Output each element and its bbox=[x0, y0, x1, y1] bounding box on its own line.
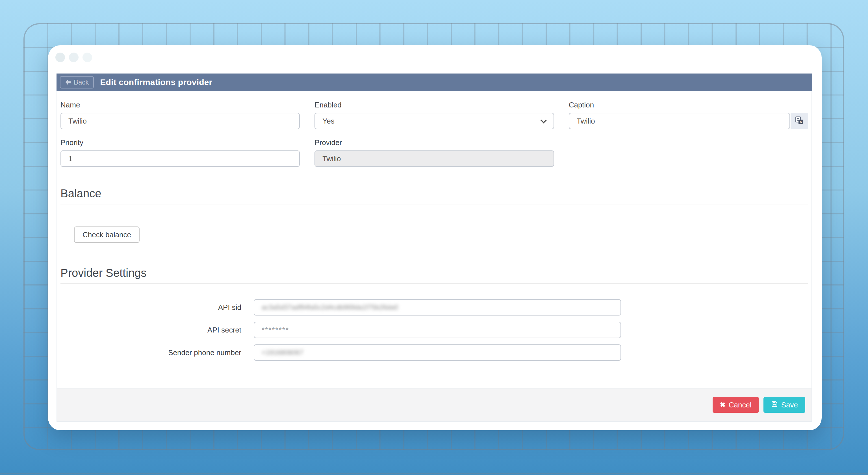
name-label: Name bbox=[60, 101, 300, 110]
back-button[interactable]: Back bbox=[60, 76, 94, 89]
sender-phone-value-redacted: +1916808067 bbox=[261, 349, 304, 357]
panel-footer: ✖ Cancel Save bbox=[57, 388, 811, 421]
window-dot bbox=[83, 53, 92, 62]
translate-icon: A bbox=[795, 116, 804, 126]
x-mark-icon: ✖ bbox=[720, 402, 725, 408]
provider-field-group: Provider Twilio bbox=[314, 138, 554, 167]
balance-section-divider bbox=[60, 204, 808, 204]
svg-text:A: A bbox=[800, 120, 802, 124]
caption-label: Caption bbox=[569, 101, 808, 110]
name-field-group: Name bbox=[60, 101, 300, 129]
grid-spacer bbox=[569, 138, 808, 167]
floppy-disk-icon bbox=[771, 400, 778, 410]
caption-translate-addon[interactable]: A bbox=[790, 113, 808, 129]
panel-title-bar: Back Edit confirmations provider bbox=[57, 73, 812, 91]
save-button-label: Save bbox=[781, 400, 798, 409]
provider-settings-divider bbox=[60, 283, 808, 284]
provider-value: Twilio bbox=[322, 154, 341, 163]
panel-body: Name Enabled Yes Caption bbox=[57, 91, 812, 422]
browser-card: Back Edit confirmations provider Name En… bbox=[48, 45, 822, 430]
api-sid-value-redacted: ac3a5d37adf94fa5c2d4cdb969da1f75b26da0 bbox=[261, 303, 398, 311]
form-area: Name Enabled Yes Caption bbox=[57, 91, 811, 388]
provider-input-disabled: Twilio bbox=[314, 150, 554, 167]
save-button[interactable]: Save bbox=[764, 397, 805, 413]
api-sid-input[interactable]: ac3a5d37adf94fa5c2d4cdb969da1f75b26da0 bbox=[254, 299, 621, 316]
enabled-field-group: Enabled Yes bbox=[314, 101, 554, 129]
priority-label: Priority bbox=[60, 138, 300, 147]
priority-field-group: Priority bbox=[60, 138, 300, 167]
caption-input[interactable] bbox=[569, 113, 790, 129]
enabled-select[interactable]: Yes bbox=[314, 113, 554, 129]
api-secret-label: API secret bbox=[60, 326, 241, 334]
api-sid-row: API sid ac3a5d37adf94fa5c2d4cdb969da1f75… bbox=[60, 299, 808, 316]
back-button-label: Back bbox=[74, 78, 89, 86]
arrow-left-icon bbox=[65, 79, 71, 85]
priority-input[interactable] bbox=[60, 150, 300, 167]
background-grid-line bbox=[0, 473, 868, 474]
chevron-down-icon bbox=[540, 117, 547, 124]
api-secret-row: API secret ******** bbox=[60, 322, 808, 338]
balance-section-heading: Balance bbox=[60, 187, 808, 200]
edit-provider-panel: Back Edit confirmations provider Name En… bbox=[57, 73, 812, 422]
enabled-label: Enabled bbox=[314, 101, 554, 110]
enabled-selected-value: Yes bbox=[322, 117, 334, 125]
window-dot bbox=[55, 53, 65, 62]
window-dots bbox=[55, 53, 92, 62]
name-input[interactable] bbox=[60, 113, 300, 129]
sender-phone-input[interactable]: +1916808067 bbox=[254, 345, 621, 361]
cancel-button-label: Cancel bbox=[729, 400, 752, 409]
provider-settings-form: API sid ac3a5d37adf94fa5c2d4cdb969da1f75… bbox=[60, 299, 808, 361]
api-secret-input[interactable]: ******** bbox=[254, 322, 621, 338]
api-sid-label: API sid bbox=[60, 303, 241, 312]
check-balance-button[interactable]: Check balance bbox=[74, 227, 140, 243]
sender-phone-row: Sender phone number +1916808067 bbox=[60, 345, 808, 361]
cancel-button[interactable]: ✖ Cancel bbox=[713, 397, 759, 413]
caption-field-group: Caption A bbox=[569, 101, 808, 129]
provider-settings-heading: Provider Settings bbox=[60, 267, 808, 279]
api-secret-value-masked: ******** bbox=[261, 326, 289, 334]
provider-form: Name Enabled Yes Caption bbox=[60, 101, 808, 167]
window-dot bbox=[69, 53, 79, 62]
page-title: Edit confirmations provider bbox=[100, 78, 212, 87]
caption-input-group: A bbox=[569, 113, 808, 129]
sender-phone-label: Sender phone number bbox=[60, 348, 241, 357]
provider-label: Provider bbox=[314, 138, 554, 147]
